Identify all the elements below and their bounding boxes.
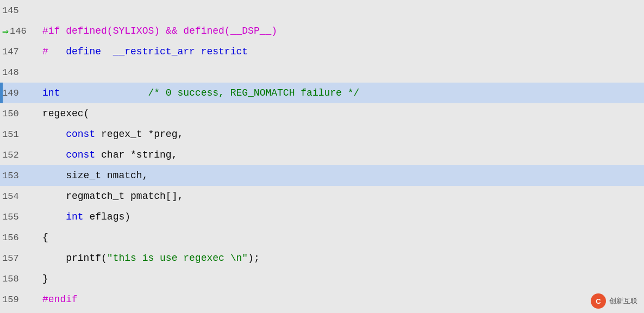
line-number: 157	[2, 253, 19, 264]
line-number: 158	[2, 274, 19, 284]
line-number: 155	[2, 212, 19, 222]
line-number: 149	[2, 88, 19, 98]
line-number: 151	[2, 129, 19, 140]
code-text: const regex_t *preg,	[38, 124, 183, 145]
code-line: 149int /* 0 success, REG_NOMATCH failure…	[0, 83, 644, 103]
line-number-area: 154	[0, 191, 38, 202]
line-number: 154	[2, 191, 19, 202]
line-number: 145	[2, 5, 19, 16]
line-number-area: 153	[0, 171, 38, 181]
line-number: 146	[10, 26, 27, 36]
code-line: 151 const regex_t *preg,	[0, 124, 644, 145]
code-line: 153 size_t nmatch,	[0, 165, 644, 186]
line-number-area: ⇒146	[0, 24, 38, 38]
watermark-text: 创新互联	[609, 296, 637, 306]
line-number-area: 149	[0, 88, 38, 98]
code-text: const char *string,	[38, 145, 177, 165]
code-line: 147# define __restrict_arr restrict	[0, 41, 644, 62]
line-number-area: 155	[0, 212, 38, 222]
line-indicator-bar	[0, 83, 3, 103]
watermark: C 创新互联	[591, 293, 637, 309]
code-line: 157 printf("this is use regexec \n");	[0, 248, 644, 268]
code-line: 145	[0, 0, 644, 21]
line-number-area: 156	[0, 233, 38, 243]
line-number-area: 157	[0, 253, 38, 264]
line-number-area: 159	[0, 295, 38, 305]
code-text: #if defined(SYLIXOS) && defined(__DSP__)	[38, 21, 277, 41]
line-number: 156	[2, 233, 19, 243]
code-line: 152 const char *string,	[0, 145, 644, 165]
code-text: #endif	[38, 289, 78, 310]
arrow-indicator: ⇒	[2, 24, 9, 38]
line-number-area: 150	[0, 109, 38, 119]
line-number: 152	[2, 150, 19, 160]
line-number-area: 158	[0, 274, 38, 284]
code-line: 156{	[0, 227, 644, 248]
code-line: 159#endif	[0, 289, 644, 310]
line-number: 148	[2, 67, 19, 78]
code-line: ⇒146#if defined(SYLIXOS) && defined(__DS…	[0, 21, 644, 41]
code-text: printf("this is use regexec \n");	[38, 248, 260, 268]
code-line: 150regexec(	[0, 103, 644, 124]
code-line: 158}	[0, 268, 644, 289]
code-text: size_t nmatch,	[38, 165, 148, 186]
code-text: int /* 0 success, REG_NOMATCH failure */	[38, 83, 359, 103]
code-text: int eflags)	[38, 206, 130, 227]
line-number: 159	[2, 295, 19, 305]
line-number-area: 147	[0, 47, 38, 57]
code-text: # define __restrict_arr restrict	[38, 41, 248, 62]
line-number-area: 148	[0, 67, 38, 78]
code-text: regexec(	[38, 103, 89, 124]
code-line: 154 regmatch_t pmatch[],	[0, 186, 644, 206]
code-line: 148	[0, 62, 644, 83]
watermark-icon: C	[591, 293, 606, 309]
code-text: }	[38, 268, 48, 289]
line-number: 150	[2, 109, 19, 119]
line-number: 153	[2, 171, 19, 181]
code-text: {	[38, 227, 48, 248]
line-number: 147	[2, 47, 19, 57]
code-text: regmatch_t pmatch[],	[38, 186, 183, 206]
code-line: 155 int eflags)	[0, 206, 644, 227]
line-number-area: 152	[0, 150, 38, 160]
code-viewer: 145⇒146#if defined(SYLIXOS) && defined(_…	[0, 0, 644, 313]
line-number-area: 151	[0, 129, 38, 140]
line-number-area: 145	[0, 5, 38, 16]
